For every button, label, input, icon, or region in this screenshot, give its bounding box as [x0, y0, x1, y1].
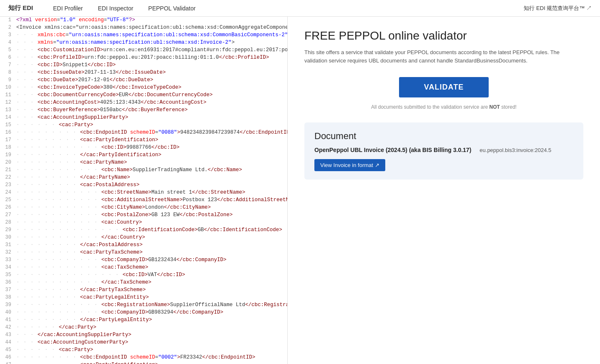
line-content: · · · · · · · · · </cac:PartyName> — [15, 174, 288, 182]
line-content: · · · · · · · · · <cac:PartyName> — [15, 159, 288, 167]
table-row: 12· · · <cbc:AccountingCost>4025:123:434… — [0, 99, 288, 107]
line-content: · · · <cbc:InvoiceTypeCode>380</cbc:Invo… — [15, 84, 288, 92]
line-content: · · · · · · <cac:Party> — [15, 122, 288, 129]
line-content: · · · · · · · · · · · · · · · <cbc:ID>VA… — [15, 272, 288, 279]
line-content: · · · · · · · · · </cac:PartyIdentificat… — [15, 152, 288, 159]
line-number: 18 — [0, 144, 15, 152]
line-number: 37 — [0, 287, 15, 294]
not-stored-notice: All documents submitted to the validatio… — [304, 104, 583, 110]
line-number: 30 — [0, 234, 15, 242]
line-content: · · · · · · · · · · · · </cac:Country> — [15, 234, 288, 242]
line-content: · · · </cac:AccountingSupplierParty> — [15, 332, 288, 339]
line-content: · · · · · · · · · <cac:PostalAddress> — [15, 182, 288, 189]
code-table: 1<?xml version="1.0" encoding="UTF-8"?>2… — [0, 17, 288, 364]
line-number: 10 — [0, 84, 15, 92]
line-content: · · · · · · · · · · · · <cbc:CityName>Lo… — [15, 204, 288, 212]
line-number: 12 — [0, 99, 15, 107]
line-number: 40 — [0, 309, 15, 317]
line-content: · · · · · · · · · </cac:PostalAddress> — [15, 242, 288, 249]
line-content: · · · <cac:AccountingSupplierParty> — [15, 114, 288, 122]
table-row: 19· · · · · · · · · </cac:PartyIdentific… — [0, 152, 288, 159]
line-content: · · · <cbc:AccountingCost>4025:123:4343<… — [15, 99, 288, 107]
line-number: 6 — [0, 54, 15, 62]
line-content: · · · · · · · · · · · · <cbc:PostalZone>… — [15, 212, 288, 219]
table-row: 21· · · · · · · · · · · · <cbc:Name>Supp… — [0, 167, 288, 174]
validator-title: FREE PEPPOL online validator — [304, 29, 583, 42]
main-nav: EDI Profiler EDI Inspector PEPPOL Valida… — [45, 0, 203, 17]
table-row: 29· · · · · · · · · · · · · · · <cbc:Ide… — [0, 227, 288, 234]
line-number: 1 — [0, 17, 15, 24]
line-number: 33 — [0, 257, 15, 264]
line-content: · · · · · · · · · · · · <cac:TaxScheme> — [15, 264, 288, 272]
line-number: 5 — [0, 47, 15, 54]
table-row: 6· · · <cbc:ProfileID>urn:fdc:peppol.eu:… — [0, 54, 288, 62]
table-row: 31· · · · · · · · · </cac:PostalAddress> — [0, 242, 288, 249]
table-row: 22· · · · · · · · · </cac:PartyName> — [0, 174, 288, 182]
line-content: · · · · · · · · · · · · <cac:Country> — [15, 219, 288, 227]
line-number: 31 — [0, 242, 15, 249]
line-content: · · · · · · <cac:Party> — [15, 347, 288, 354]
line-number: 14 — [0, 114, 15, 122]
table-row: 25· · · · · · · · · · · · <cbc:Additiona… — [0, 197, 288, 204]
line-number: 9 — [0, 77, 15, 84]
view-invoice-button[interactable]: View Invoice in format ↗ — [314, 159, 385, 171]
line-number: 29 — [0, 227, 15, 234]
line-number: 46 — [0, 354, 15, 362]
table-row: 4· · · xmlns="urn:oasis:names:specificat… — [0, 39, 288, 47]
line-number: 17 — [0, 137, 15, 144]
external-link[interactable]: 知行 EDI 规范查询平台™ ↗ — [524, 5, 592, 12]
nav-item-edi-profiler[interactable]: EDI Profiler — [45, 0, 90, 17]
line-content: · · · <cbc:CustomizationID>urn:cen.eu:en… — [15, 47, 288, 54]
line-content: · · · · · · · · · <cac:PartyIdentificati… — [15, 137, 288, 144]
table-row: 36· · · · · · · · · · · · </cac:TaxSchem… — [0, 279, 288, 287]
document-card: Document OpenPeppol UBL Invoice (2024.5)… — [304, 122, 583, 180]
table-row: 2<Invoice xmlns:cac="urn:oasis:names:spe… — [0, 24, 288, 32]
line-content: · · · · · · · · · · · · <cbc:CompanyID>G… — [15, 257, 288, 264]
line-content: · · · · · · · · · <cbc:EndpointID scheme… — [15, 354, 288, 362]
line-content: · · · · · · · · · <cbc:EndpointID scheme… — [15, 129, 288, 137]
line-number: 44 — [0, 339, 15, 347]
validate-button[interactable]: VALIDATE — [399, 77, 489, 97]
line-content: · · · <cac:AccountingCustomerParty> — [15, 339, 288, 347]
line-content: · · · · · · · · · · · · · · · <cbc:Ident… — [15, 227, 288, 234]
line-content: · · · · · · · · · · · · <cbc:Registratio… — [15, 302, 288, 309]
line-content: <Invoice xmlns:cac="urn:oasis:names:spec… — [15, 24, 288, 32]
line-content: · · · · · · · · · · · · <cbc:AdditionalS… — [15, 197, 288, 204]
table-row: 40· · · · · · · · · · · · <cbc:CompanyID… — [0, 309, 288, 317]
line-number: 41 — [0, 317, 15, 324]
table-row: 26· · · · · · · · · · · · <cbc:CityName>… — [0, 204, 288, 212]
nav-item-edi-inspector[interactable]: EDI Inspector — [90, 0, 141, 17]
line-content: · · · <cbc:ID>Snippet1</cbc:ID> — [15, 62, 288, 69]
table-row: 3· · · xmlns:cbc="urn:oasis:names:specif… — [0, 32, 288, 39]
line-content: · · · · · · · · · · · · <cbc:Name>Suppli… — [15, 167, 288, 174]
line-number: 45 — [0, 347, 15, 354]
table-row: 30· · · · · · · · · · · · </cac:Country> — [0, 234, 288, 242]
document-id: eu.peppol.bis3:invoice:2024.5 — [479, 147, 551, 153]
table-row: 7· · · <cbc:ID>Snippet1</cbc:ID> — [0, 62, 288, 69]
line-number: 47 — [0, 362, 15, 364]
line-number: 19 — [0, 152, 15, 159]
line-content: · · · · · · · · · · · · <cbc:StreetName>… — [15, 189, 288, 197]
table-row: 27· · · · · · · · · · · · <cbc:PostalZon… — [0, 212, 288, 219]
table-row: 17· · · · · · · · · <cac:PartyIdentifica… — [0, 137, 288, 144]
table-row: 18· · · · · · · · · · · · <cbc:ID>998877… — [0, 144, 288, 152]
line-content: · · · <cbc:DocumentCurrencyCode>EUR</cbc… — [15, 92, 288, 99]
table-row: 28· · · · · · · · · · · · <cac:Country> — [0, 219, 288, 227]
line-number: 13 — [0, 107, 15, 114]
main-container: 1<?xml version="1.0" encoding="UTF-8"?>2… — [0, 17, 600, 364]
line-number: 39 — [0, 302, 15, 309]
table-row: 10· · · <cbc:InvoiceTypeCode>380</cbc:In… — [0, 84, 288, 92]
line-content: · · · <cbc:BuyerReference>0150abc</cbc:B… — [15, 107, 288, 114]
table-row: 20· · · · · · · · · <cac:PartyName> — [0, 159, 288, 167]
line-content: <?xml version="1.0" encoding="UTF-8"?> — [15, 17, 288, 24]
line-number: 8 — [0, 69, 15, 77]
table-row: 13· · · <cbc:BuyerReference>0150abc</cbc… — [0, 107, 288, 114]
table-row: 15· · · · · · <cac:Party> — [0, 122, 288, 129]
validator-desc: This site offers a service that validate… — [304, 48, 583, 65]
table-row: 37· · · · · · · · · </cac:PartyTaxScheme… — [0, 287, 288, 294]
line-number: 26 — [0, 204, 15, 212]
line-content: · · · · · · · · · · · · </cac:TaxScheme> — [15, 279, 288, 287]
line-content: · · · <cbc:ProfileID>urn:fdc:peppol.eu:2… — [15, 54, 288, 62]
document-info-row: OpenPeppol UBL Invoice (2024.5) (aka BIS… — [314, 147, 573, 153]
nav-item-peppol-validator[interactable]: PEPPOL Validator — [141, 0, 203, 17]
